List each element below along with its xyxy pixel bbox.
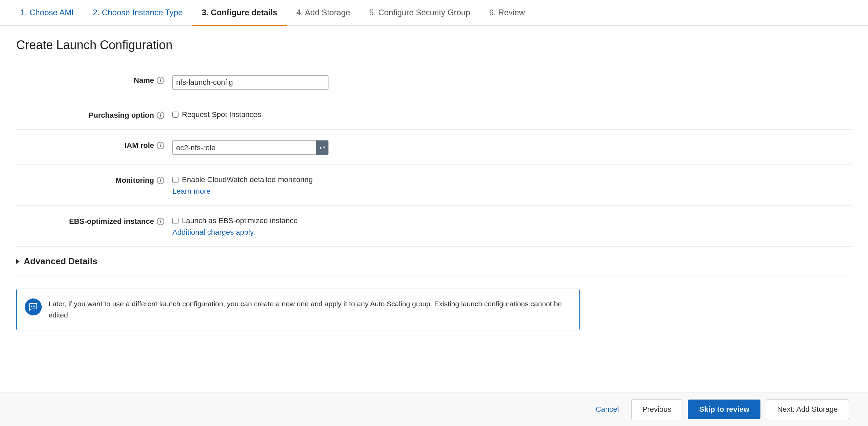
- ebs-charges-link[interactable]: Additional charges apply.: [172, 228, 852, 237]
- skip-to-review-button[interactable]: Skip to review: [688, 400, 760, 419]
- info-icon-wrap: [25, 298, 42, 315]
- name-label-col: Name i: [16, 74, 172, 85]
- cancel-button[interactable]: Cancel: [589, 400, 625, 419]
- iam-label-col: IAM role i: [16, 139, 172, 150]
- ebs-checkbox-text: Launch as EBS-optimized instance: [182, 216, 298, 225]
- name-control-col: [172, 74, 852, 90]
- monitoring-checkbox-label[interactable]: Enable CloudWatch detailed monitoring: [172, 175, 852, 184]
- previous-button[interactable]: Previous: [631, 400, 683, 419]
- ebs-checkbox[interactable]: [172, 218, 178, 224]
- purchasing-checkbox-label[interactable]: Request Spot Instances: [172, 110, 852, 119]
- wizard-step-5: 5. Configure Security Group: [360, 0, 479, 26]
- footer: Cancel Previous Skip to review Next: Add…: [0, 392, 868, 426]
- purchasing-label-col: Purchasing option i: [16, 109, 172, 120]
- wizard-step-4: 4. Add Storage: [287, 0, 360, 26]
- step4-label: 4. Add Storage: [296, 8, 350, 17]
- purchasing-info-icon[interactable]: i: [157, 112, 164, 119]
- purchasing-checkbox[interactable]: [172, 112, 178, 118]
- ebs-row: EBS-optimized instance i Launch as EBS-o…: [16, 206, 852, 247]
- ebs-label-col: EBS-optimized instance i: [16, 215, 172, 226]
- name-info-icon[interactable]: i: [157, 77, 164, 84]
- svg-point-0: [31, 306, 33, 307]
- wizard-step-3: 3. Configure details: [192, 0, 287, 26]
- monitoring-learn-more-link[interactable]: Learn more: [172, 187, 852, 196]
- wizard-nav: 1. Choose AMI 2. Choose Instance Type 3.…: [0, 0, 868, 26]
- chat-icon: [29, 302, 38, 312]
- info-box-text: Later, if you want to use a different la…: [49, 298, 570, 321]
- purchasing-checkbox-text: Request Spot Instances: [182, 110, 261, 119]
- advanced-label: Advanced Details: [24, 256, 97, 267]
- step3-label: 3. Configure details: [202, 8, 278, 17]
- advanced-details-row[interactable]: Advanced Details: [16, 247, 852, 276]
- monitoring-checkbox[interactable]: [172, 177, 178, 183]
- page-title: Create Launch Configuration: [16, 38, 852, 52]
- iam-info-icon[interactable]: i: [157, 142, 164, 149]
- ebs-label: EBS-optimized instance: [69, 217, 154, 226]
- monitoring-label: Monitoring: [115, 176, 154, 185]
- wizard-step-1[interactable]: 1. Choose AMI: [11, 0, 83, 26]
- monitoring-row: Monitoring i Enable CloudWatch detailed …: [16, 164, 852, 206]
- step2-label: 2. Choose Instance Type: [93, 8, 183, 17]
- iam-row: IAM role i ec2-nfs-role: [16, 130, 852, 164]
- wizard-step-6: 6. Review: [479, 0, 534, 26]
- purchasing-row: Purchasing option i Request Spot Instanc…: [16, 99, 852, 130]
- svg-point-2: [34, 306, 36, 307]
- step6-label: 6. Review: [489, 8, 525, 17]
- ebs-checkbox-label[interactable]: Launch as EBS-optimized instance: [172, 216, 852, 225]
- purchasing-label: Purchasing option: [89, 111, 154, 120]
- next-button[interactable]: Next: Add Storage: [766, 400, 849, 419]
- name-row: Name i: [16, 64, 852, 99]
- ebs-control-col: Launch as EBS-optimized instance Additio…: [172, 215, 852, 237]
- wizard-step-2[interactable]: 2. Choose Instance Type: [83, 0, 192, 26]
- step1-label: 1. Choose AMI: [20, 8, 74, 17]
- monitoring-info-icon[interactable]: i: [157, 177, 164, 184]
- iam-select[interactable]: ec2-nfs-role: [172, 140, 328, 155]
- monitoring-checkbox-text: Enable CloudWatch detailed monitoring: [182, 175, 313, 184]
- iam-select-wrapper: ec2-nfs-role: [172, 140, 328, 155]
- main-content: Create Launch Configuration Name i Purch…: [0, 26, 868, 426]
- monitoring-control-col: Enable CloudWatch detailed monitoring Le…: [172, 174, 852, 196]
- triangle-icon: [16, 259, 20, 264]
- purchasing-control-col: Request Spot Instances: [172, 109, 852, 119]
- monitoring-label-col: Monitoring i: [16, 174, 172, 185]
- step5-label: 5. Configure Security Group: [369, 8, 470, 17]
- info-box: Later, if you want to use a different la…: [16, 289, 580, 330]
- iam-control-col: ec2-nfs-role: [172, 139, 852, 155]
- svg-point-1: [33, 306, 34, 307]
- iam-label: IAM role: [125, 141, 154, 150]
- ebs-info-icon[interactable]: i: [157, 218, 164, 225]
- name-input[interactable]: [172, 75, 328, 90]
- name-label: Name: [134, 76, 154, 85]
